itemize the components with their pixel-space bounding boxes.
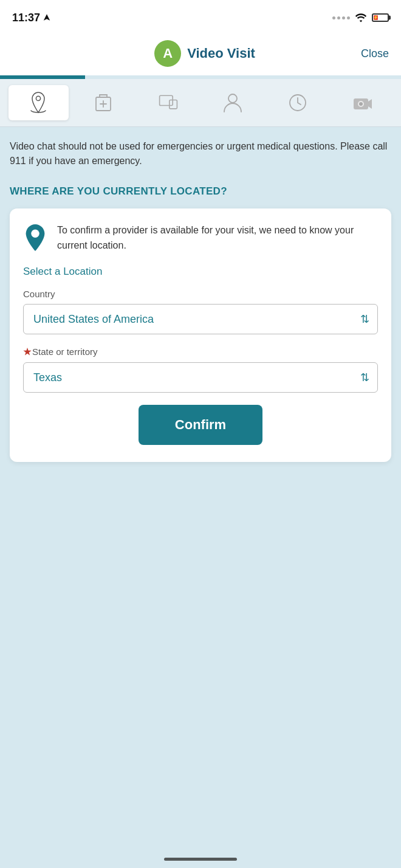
emergency-notice: Video chat should not be used for emerge… [10,139,391,168]
location-card: To confirm a provider is available for y… [10,208,391,462]
card-description-text: To confirm a provider is available for y… [57,223,378,253]
country-field-container: Country United States of America ⇅ [23,289,378,334]
navigation-icon [43,13,51,22]
svg-rect-2 [169,100,177,109]
country-select-wrapper: United States of America ⇅ [23,304,378,334]
status-icons: ⚡ [332,13,389,22]
home-indicator [164,858,237,861]
clock-tab-icon [287,91,309,114]
tab-location[interactable] [9,85,69,120]
svg-point-8 [31,230,39,238]
confirm-button[interactable]: Confirm [139,405,262,445]
country-label: Country [23,289,378,299]
screen-tab-icon [157,91,179,114]
svg-point-7 [359,102,363,106]
state-select[interactable]: Texas [23,362,378,393]
state-label: ★State or territory [23,346,378,357]
person-tab-icon [222,91,244,114]
avatar: A [154,40,181,67]
location-tab-icon [27,91,49,114]
tab-screen[interactable] [138,85,198,120]
tab-camera[interactable] [332,85,392,120]
camera-tab-icon [352,91,374,114]
main-content: Video chat should not be used for emerge… [0,127,401,474]
country-select[interactable]: United States of America [23,304,378,334]
battery-icon: ⚡ [372,13,389,22]
state-field-container: ★State or territory Texas ⇅ [23,346,378,393]
signal-icon [332,16,350,19]
state-select-wrapper: Texas ⇅ [23,362,378,393]
select-location-link[interactable]: Select a Location [23,266,378,278]
header-center: A Video Visit [154,40,255,67]
tab-clock[interactable] [268,85,328,120]
tab-medical[interactable] [74,85,134,120]
svg-rect-1 [159,95,173,105]
location-question-heading: WHERE ARE YOU CURRENTLY LOCATED? [10,185,391,198]
close-button[interactable]: Close [361,47,389,60]
app-title: Video Visit [187,46,255,61]
status-bar: 11:37 ⚡ [0,0,401,33]
map-pin-icon [23,223,47,252]
required-star: ★ [23,346,31,357]
tab-person[interactable] [203,85,263,120]
header: A Video Visit Close [0,33,401,75]
medical-tab-icon [92,91,114,114]
card-top: To confirm a provider is available for y… [23,223,378,253]
status-time: 11:37 [12,12,51,24]
wifi-icon [355,13,367,22]
tabs-bar [0,79,401,127]
time-display: 11:37 [12,12,40,24]
svg-point-3 [228,94,237,103]
